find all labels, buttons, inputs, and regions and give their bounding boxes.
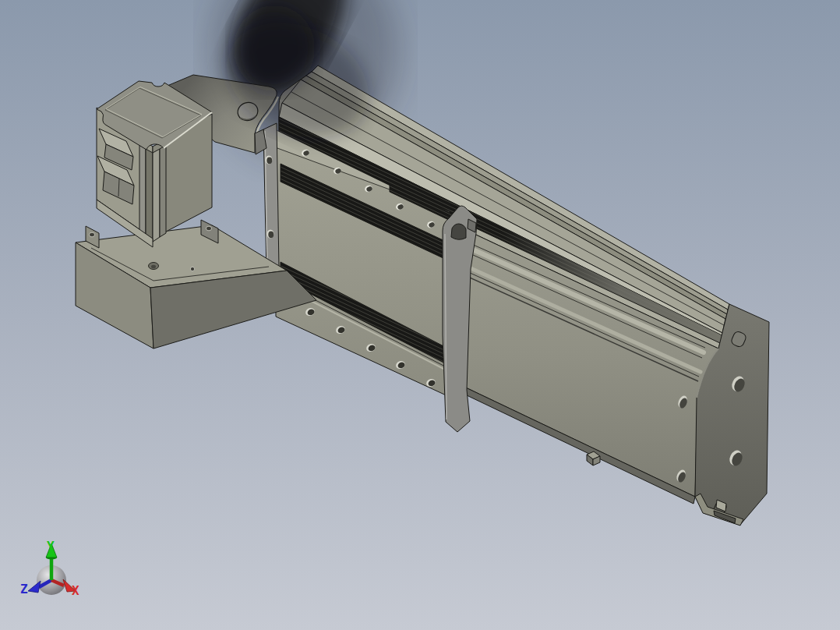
clamp-hook-notch	[451, 224, 466, 239]
cad-viewport-canvas[interactable]: Z X Y	[0, 0, 840, 630]
base-counterbore	[149, 263, 159, 270]
y-axis-label: Y	[47, 539, 55, 554]
motor-corner-channel	[139, 145, 166, 242]
base-screw	[190, 267, 194, 271]
z-axis-label: Z	[20, 582, 28, 596]
x-axis-label: X	[72, 583, 79, 598]
